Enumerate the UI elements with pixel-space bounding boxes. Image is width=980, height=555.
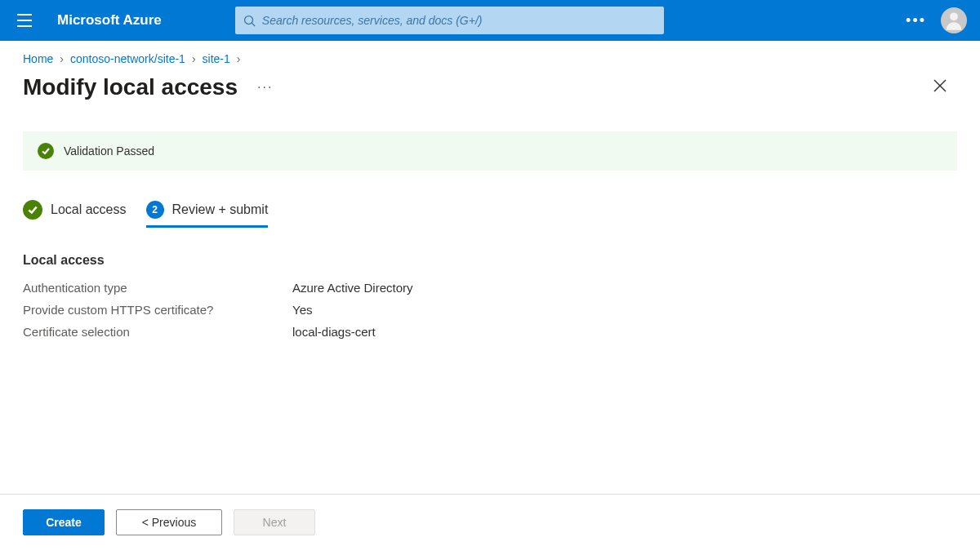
prop-label: Certificate selection [23, 325, 292, 339]
page-title: Modify local access [23, 74, 238, 100]
step-local-access[interactable]: Local access [23, 195, 127, 228]
search-icon [243, 15, 256, 27]
brand-label: Microsoft Azure [57, 12, 162, 29]
validation-banner: Validation Passed [23, 131, 957, 171]
content-area: Validation Passed Local access 2 Review … [0, 131, 980, 339]
check-circle-icon [38, 143, 54, 159]
section-title-local-access: Local access [23, 253, 957, 268]
next-button: Next [234, 509, 315, 535]
prop-value: Azure Active Directory [292, 281, 957, 295]
topbar: Microsoft Azure ••• [0, 0, 980, 41]
create-button[interactable]: Create [23, 509, 105, 535]
prop-label: Provide custom HTTPS certificate? [23, 303, 292, 317]
chevron-right-icon: › [192, 52, 196, 65]
svg-point-5 [950, 12, 958, 20]
previous-button[interactable]: < Previous [116, 509, 222, 535]
breadcrumb-item-1[interactable]: contoso-network/site-1 [70, 52, 185, 65]
step-number-badge: 2 [146, 201, 164, 219]
svg-point-3 [244, 16, 252, 24]
breadcrumb-home[interactable]: Home [23, 52, 53, 65]
wizard-steps: Local access 2 Review + submit [23, 195, 957, 229]
check-circle-icon [23, 200, 42, 220]
breadcrumb-item-2[interactable]: site-1 [203, 52, 230, 65]
validation-banner-text: Validation Passed [64, 144, 154, 158]
breadcrumb: Home › contoso-network/site-1 › site-1 › [0, 41, 980, 70]
svg-line-4 [252, 23, 255, 26]
prop-value: local-diags-cert [292, 325, 957, 339]
step-label: Review + submit [172, 202, 269, 217]
search-input[interactable] [262, 14, 656, 27]
title-more-button[interactable]: ··· [257, 80, 273, 95]
close-button[interactable] [928, 73, 952, 100]
chevron-right-icon: › [60, 52, 64, 65]
step-label: Local access [51, 202, 127, 217]
prop-value: Yes [292, 303, 957, 317]
hamburger-menu-button[interactable] [8, 4, 41, 37]
step-review-submit[interactable]: 2 Review + submit [146, 196, 269, 227]
global-search[interactable] [235, 7, 664, 34]
topbar-more-button[interactable]: ••• [906, 12, 926, 29]
wizard-footer: Create < Previous Next [0, 494, 980, 555]
prop-label: Authentication type [23, 281, 292, 295]
properties-grid: Authentication type Azure Active Directo… [23, 281, 957, 339]
title-row: Modify local access ··· [0, 70, 980, 115]
chevron-right-icon: › [237, 52, 241, 65]
user-avatar[interactable] [941, 7, 967, 33]
